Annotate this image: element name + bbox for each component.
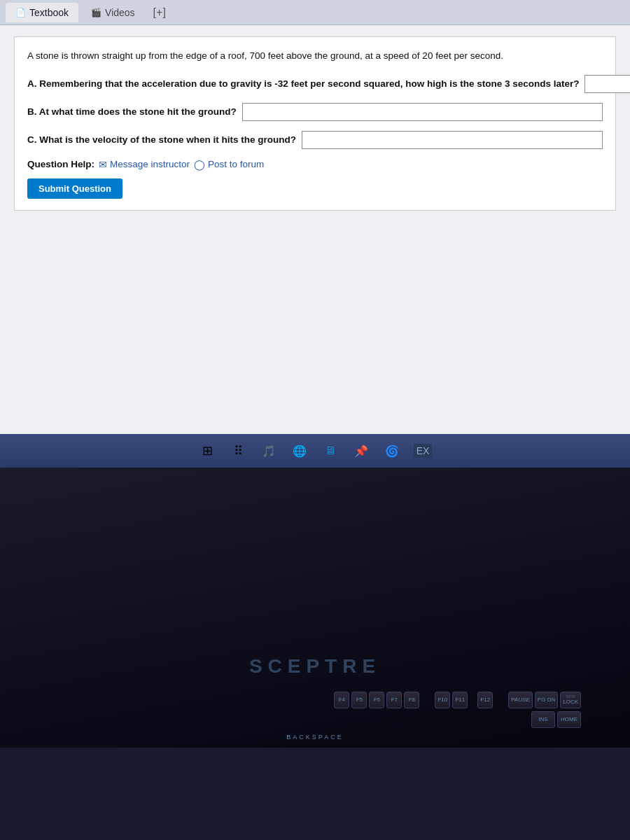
key-f10[interactable]: F10 bbox=[435, 692, 450, 708]
edge-icon: 🌀 bbox=[385, 444, 399, 458]
key-f8[interactable]: F8 bbox=[404, 692, 419, 708]
sub-question-b: B. At what time does the stone hit the g… bbox=[27, 103, 603, 121]
tab-videos[interactable]: 🎬 Videos bbox=[81, 3, 145, 22]
question-block: A stone is thrown straight up from the e… bbox=[14, 36, 616, 211]
part-b-label: B. At what time does the stone hit the g… bbox=[27, 106, 237, 117]
key-f6[interactable]: F6 bbox=[369, 692, 384, 708]
answer-input-c[interactable] bbox=[302, 131, 603, 149]
taskbar-icon-3[interactable]: 🌐 bbox=[287, 438, 312, 463]
tab-videos-label: Videos bbox=[105, 7, 135, 18]
backspace-row-label: BACKSPACE bbox=[286, 734, 343, 741]
videos-icon: 🎬 bbox=[91, 8, 102, 18]
message-instructor-link[interactable]: ✉ Message instructor bbox=[99, 159, 190, 170]
question-help-row: Question Help: ✉ Message instructor ◯ Po… bbox=[27, 159, 603, 170]
tab-textbook-label: Textbook bbox=[29, 7, 69, 18]
windows-start-button[interactable]: ⊞ bbox=[195, 438, 220, 463]
taskbar-icon-6[interactable]: 🌀 bbox=[379, 438, 405, 463]
taskbar: ⊞ ⠿ 🎵 🌐 🖥 📌 🌀 EX bbox=[0, 434, 630, 468]
tab-add-button[interactable]: [+] bbox=[148, 4, 172, 22]
keyboard-section: F4 F5 F6 F7 F8 F10 F11 F12 bbox=[49, 692, 581, 741]
sub-question-a: A. Remembering that the acceleration due… bbox=[27, 75, 603, 93]
tab-bar: 📄 Textbook 🎬 Videos [+] bbox=[0, 0, 630, 25]
key-pause[interactable]: PAUSE bbox=[508, 692, 533, 708]
key-f12[interactable]: F12 bbox=[477, 692, 493, 708]
part-a-label: A. Remembering that the acceleration due… bbox=[27, 78, 579, 89]
key-pgdn[interactable]: PG DN bbox=[535, 692, 558, 708]
answer-input-b[interactable] bbox=[242, 103, 603, 121]
post-to-forum-link[interactable]: ◯ Post to forum bbox=[194, 159, 264, 170]
app-icon-7: EX bbox=[414, 444, 433, 458]
sub-question-c: C. What is the velocity of the stone whe… bbox=[27, 131, 603, 149]
windows-icon: ⊞ bbox=[202, 443, 213, 458]
taskbar-icon-2[interactable]: 🎵 bbox=[256, 438, 281, 463]
grid-icon: ⠿ bbox=[234, 443, 243, 458]
help-label: Question Help: bbox=[27, 159, 94, 169]
key-f7[interactable]: F7 bbox=[386, 692, 402, 708]
answer-input-a[interactable] bbox=[584, 75, 630, 93]
key-scr-lock[interactable]: SCR LOCK bbox=[560, 692, 581, 708]
main-content: A stone is thrown straight up from the e… bbox=[0, 25, 630, 434]
key-f5[interactable]: F5 bbox=[351, 692, 367, 708]
app-icon-4: 🖥 bbox=[325, 444, 336, 457]
fn-key-row: F4 F5 F6 F7 F8 F10 F11 F12 bbox=[49, 692, 581, 708]
key-home[interactable]: HOME bbox=[557, 711, 581, 728]
taskbar-icon-1[interactable]: ⠿ bbox=[225, 438, 251, 463]
brand-label: SCEPTRE bbox=[249, 655, 381, 678]
taskbar-icon-4[interactable]: 🖥 bbox=[318, 438, 343, 463]
tab-textbook[interactable]: 📄 Textbook bbox=[6, 3, 78, 22]
key-ins[interactable]: INS bbox=[531, 711, 555, 728]
forum-icon: ◯ bbox=[194, 159, 205, 170]
textbook-icon: 📄 bbox=[15, 8, 26, 18]
app-icon-5: 📌 bbox=[354, 444, 368, 458]
screen: 📄 Textbook 🎬 Videos [+] A stone is throw… bbox=[0, 0, 630, 434]
part-c-label: C. What is the velocity of the stone whe… bbox=[27, 134, 296, 145]
submit-question-button[interactable]: Submit Question bbox=[27, 178, 122, 199]
key-f11[interactable]: F11 bbox=[452, 692, 468, 708]
media-icon: 🎵 bbox=[262, 444, 276, 458]
browser-icon: 🌐 bbox=[293, 444, 307, 458]
taskbar-icon-7[interactable]: EX bbox=[410, 438, 435, 463]
envelope-icon: ✉ bbox=[99, 159, 107, 170]
question-intro: A stone is thrown straight up from the e… bbox=[27, 48, 603, 64]
laptop-body: SCEPTRE F4 F5 F6 F7 F8 F10 F11 bbox=[0, 468, 630, 748]
key-f4[interactable]: F4 bbox=[334, 692, 349, 708]
taskbar-icon-5[interactable]: 📌 bbox=[349, 438, 374, 463]
bottom-key-row: INS HOME bbox=[49, 711, 581, 728]
